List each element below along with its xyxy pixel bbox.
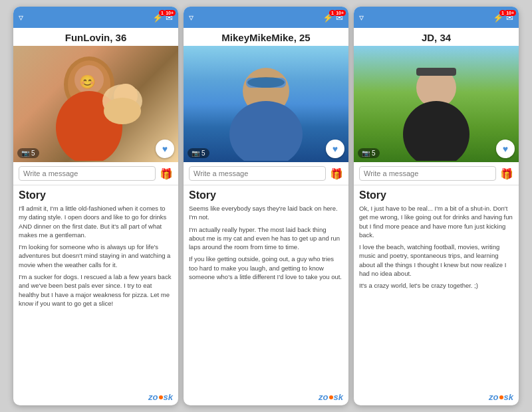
camera-icon: 📷	[362, 150, 370, 157]
top-bar-left: ▿	[19, 12, 23, 23]
story-label: Story	[359, 189, 513, 201]
profile-name: MikeyMikeMike, 25	[184, 28, 348, 46]
zoosk-logo: zosk	[184, 389, 348, 405]
profile-photo[interactable]: 📷5♥	[354, 46, 519, 162]
top-bar: ▿ ⚡ 1 ✉ 10+	[13, 7, 178, 28]
story-text: Ok, I just have to be real... I'm a bit …	[359, 204, 513, 290]
message-row: 🎁	[13, 162, 178, 185]
message-badge[interactable]: ✉ 10+	[166, 13, 173, 23]
zoosk-logo: zosk	[354, 389, 519, 405]
photo-count: 📷5	[358, 148, 380, 158]
photo-count: 📷5	[188, 148, 209, 158]
story-paragraph: It's a crazy world, let's be crazy toget…	[359, 281, 513, 290]
story-text: Seems like everybody says they're laid b…	[189, 204, 343, 281]
photo-number: 5	[201, 150, 205, 157]
story-paragraph: I'm looking for someone who is always up…	[19, 243, 173, 269]
lightning-badge[interactable]: ⚡ 1	[493, 13, 503, 23]
gift-icon[interactable]: 🎁	[500, 167, 513, 180]
story-section: StorySeems like everybody says they're l…	[184, 185, 348, 389]
heart-icon: ♥	[332, 144, 338, 154]
story-text: I'll admit it, I'm a little old-fashione…	[19, 204, 173, 308]
message-badge[interactable]: ✉ 10+	[336, 13, 343, 23]
photo-silhouette	[184, 46, 348, 162]
phone-card-1: ▿ ⚡ 1 ✉ 10+ FunLovin, 36 😊 📷5♥🎁StoryI'll…	[13, 7, 178, 405]
message-input[interactable]	[359, 166, 496, 181]
photo-count: 📷5	[17, 148, 39, 158]
filter-icon[interactable]: ▿	[19, 12, 23, 23]
message-count: 10+	[504, 10, 516, 16]
profile-name: JD, 34	[354, 28, 519, 46]
story-section: StoryI'll admit it, I'm a little old-fas…	[13, 185, 178, 389]
message-input[interactable]	[19, 166, 156, 181]
message-count: 10+	[334, 10, 346, 16]
top-bar-right: ⚡ 1 ✉ 10+	[323, 13, 343, 23]
camera-icon: 📷	[192, 150, 200, 157]
story-paragraph: Ok, I just have to be real... I'm a bit …	[359, 204, 513, 239]
camera-icon: 📷	[21, 150, 29, 157]
filter-icon[interactable]: ▿	[359, 12, 364, 23]
profile-photo[interactable]: 📷5♥	[184, 46, 348, 162]
story-paragraph: I'm a sucker for dogs. I rescued a lab a…	[19, 272, 173, 308]
story-label: Story	[19, 189, 173, 201]
zoosk-text: zosk	[319, 392, 343, 402]
story-paragraph: I love the beach, watching football, mov…	[359, 243, 513, 278]
top-bar-left: ▿	[359, 12, 364, 23]
message-row: 🎁	[354, 162, 519, 185]
gift-icon[interactable]: 🎁	[160, 167, 173, 180]
lightning-badge[interactable]: ⚡ 1	[152, 13, 163, 23]
message-input[interactable]	[189, 166, 326, 181]
top-bar: ▿ ⚡ 1 ✉ 10+	[184, 7, 348, 28]
heart-icon: ♥	[162, 144, 168, 154]
photo-number: 5	[372, 150, 376, 157]
story-label: Story	[189, 189, 343, 201]
zoosk-dot	[329, 395, 333, 399]
photo-number: 5	[31, 150, 35, 157]
svg-text:😊: 😊	[79, 74, 96, 90]
svg-point-12	[247, 77, 285, 88]
profile-name: FunLovin, 36	[13, 28, 178, 46]
filter-icon[interactable]: ▿	[189, 12, 194, 23]
message-count: 10+	[164, 10, 176, 16]
story-section: StoryOk, I just have to be real... I'm a…	[354, 185, 519, 389]
story-paragraph: If you like getting outside, going out, …	[189, 255, 343, 281]
like-button[interactable]: ♥	[326, 140, 344, 158]
top-bar: ▿ ⚡ 1 ✉ 10+	[354, 7, 519, 28]
like-button[interactable]: ♥	[156, 140, 174, 158]
zoosk-text: zosk	[148, 392, 173, 402]
zoosk-logo: zosk	[13, 389, 178, 405]
top-bar-right: ⚡ 1 ✉ 10+	[493, 13, 513, 23]
zoosk-dot	[159, 395, 163, 399]
svg-point-6	[104, 98, 141, 124]
svg-rect-16	[416, 68, 456, 76]
message-row: 🎁	[184, 162, 348, 185]
heart-icon: ♥	[503, 144, 508, 154]
message-badge[interactable]: ✉ 10+	[506, 13, 513, 23]
zoosk-text: zosk	[489, 392, 513, 402]
photo-silhouette	[354, 46, 519, 162]
like-button[interactable]: ♥	[496, 140, 515, 158]
gift-icon[interactable]: 🎁	[330, 167, 343, 180]
phone-card-3: ▿ ⚡ 1 ✉ 10+ JD, 34 📷5♥🎁StoryOk, I just h…	[354, 7, 519, 405]
story-paragraph: Seems like everybody says they're laid b…	[189, 204, 343, 222]
zoosk-dot	[499, 395, 503, 399]
story-paragraph: I'll admit it, I'm a little old-fashione…	[19, 204, 173, 239]
photo-silhouette: 😊	[13, 46, 178, 162]
top-bar-left: ▿	[189, 12, 194, 23]
top-bar-right: ⚡ 1 ✉ 10+	[152, 13, 173, 23]
story-paragraph: I'm actually really hyper. The most laid…	[189, 225, 343, 252]
lightning-badge[interactable]: ⚡ 1	[323, 13, 333, 23]
profile-photo[interactable]: 😊 📷5♥	[13, 46, 178, 162]
phone-card-2: ▿ ⚡ 1 ✉ 10+ MikeyMikeMike, 25 📷5♥🎁StoryS…	[184, 7, 348, 405]
